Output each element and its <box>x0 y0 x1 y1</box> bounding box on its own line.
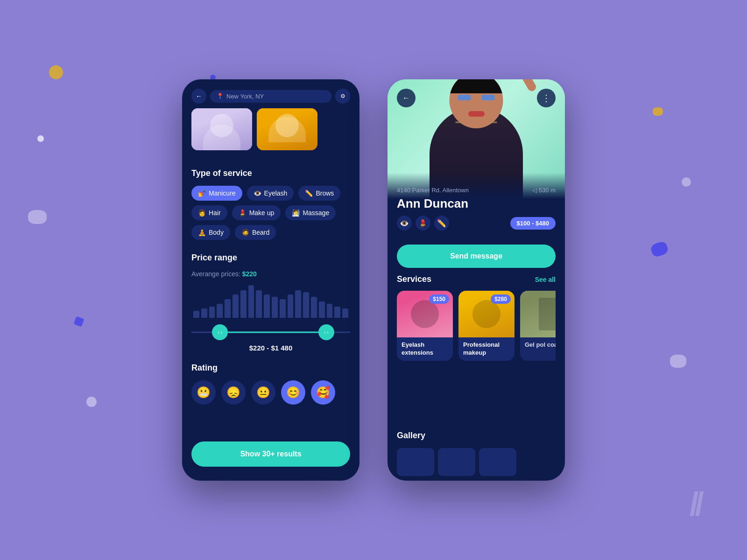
tag-brows-label: Brows <box>316 189 334 197</box>
service-label-eyelash: Eyelash extensions <box>397 337 453 361</box>
tag-beard[interactable]: 🧔 Beard <box>235 225 276 240</box>
chart-bar <box>327 304 333 318</box>
service-price-2: $280 <box>491 294 511 304</box>
rating-2[interactable]: 😞 <box>221 380 246 405</box>
tag-manicure[interactable]: 💅 Manicure <box>191 186 242 201</box>
tag-beard-emoji: 🧔 <box>241 229 249 236</box>
profile-service-icons: 👁️ 💄 ✏️ <box>397 216 449 231</box>
profile-name: Ann Duncan <box>397 196 556 211</box>
back-button[interactable]: ← <box>191 89 206 104</box>
chart-bar <box>342 308 348 318</box>
preview-image-1[interactable] <box>191 108 252 150</box>
chart-bar <box>209 307 215 318</box>
back-icon: ← <box>402 94 410 102</box>
service-card-gel[interactable]: Gel pol coating <box>520 291 556 361</box>
service-card-eyelash[interactable]: $150 Eyelash extensions <box>397 291 453 361</box>
rating-3[interactable]: 😐 <box>251 380 275 405</box>
tag-hair[interactable]: 👩 Hair <box>191 205 227 220</box>
services-section: Services See all $150 Eyelash extensions <box>388 274 565 424</box>
tag-eyelash[interactable]: 👁️ Eyelash <box>247 186 294 201</box>
price-range-tag: $100 - $480 <box>510 217 556 230</box>
top-bar: ← 📍 New York, NY ⚙ <box>182 79 359 108</box>
profile-address: 4140 Parker Rd. Allentown ◁ 530 m <box>397 187 556 194</box>
gallery-thumb-2[interactable] <box>438 448 475 476</box>
rating-title: Rating <box>191 363 350 373</box>
tag-beard-label: Beard <box>252 229 269 236</box>
price-range-label: $220 - $1 480 <box>191 344 350 352</box>
range-slider[interactable]: ‹ › ‹ › <box>191 325 350 339</box>
rating-1[interactable]: 😬 <box>191 380 216 405</box>
slider-thumb-right[interactable]: ‹ › <box>318 324 334 340</box>
chart-bar <box>233 294 239 318</box>
gallery-thumb-1[interactable] <box>397 448 434 476</box>
profile-image-container: ← ⋮ 4140 Parker Rd. Allentown ◁ 530 m <box>388 79 565 238</box>
service-icon-1: 👁️ <box>397 216 412 231</box>
location-bar[interactable]: 📍 New York, NY <box>210 90 331 103</box>
service-price-1: $150 <box>429 294 449 304</box>
rating-4[interactable]: 😊 <box>281 380 305 405</box>
tag-manicure-label: Manicure <box>209 189 236 197</box>
service-label-gel: Gel pol coating <box>520 337 556 353</box>
location-icon: ◁ <box>532 187 537 194</box>
service-section-title: Type of service <box>191 168 350 178</box>
price-chart <box>191 285 350 318</box>
chart-bar <box>334 307 340 318</box>
gallery-title: Gallery <box>397 431 556 441</box>
tag-body[interactable]: 🧘 Body <box>191 225 230 240</box>
tag-brows-emoji: ✏️ <box>305 189 313 197</box>
profile-info-overlay: 4140 Parker Rd. Allentown ◁ 530 m Ann Du… <box>388 173 565 238</box>
price-range-section: Price range Averange prices: $220 <box>191 253 350 352</box>
chart-bar <box>240 290 247 318</box>
services-header: Services See all <box>397 274 556 284</box>
left-phone: ← 📍 New York, NY ⚙ <box>182 79 359 481</box>
tag-makeup-label: Make up <box>249 209 275 217</box>
right-phone: ← ⋮ 4140 Parker Rd. Allentown ◁ 530 m <box>388 79 565 481</box>
slider-thumb-left[interactable]: ‹ › <box>212 324 228 340</box>
dots-icon: ⋮ <box>542 92 551 104</box>
price-subtitle: Averange prices: $220 <box>191 270 350 278</box>
tag-hair-emoji: 👩 <box>198 209 206 217</box>
profile-back-button[interactable]: ← <box>397 89 416 107</box>
filter-button[interactable]: ⚙ <box>335 89 350 104</box>
chart-bar <box>311 297 317 318</box>
see-all-link[interactable]: See all <box>535 276 556 283</box>
gallery-thumb-3[interactable] <box>479 448 516 476</box>
distance-info: ◁ 530 m <box>532 187 556 194</box>
profile-meta: 👁️ 💄 ✏️ $100 - $480 <box>397 216 556 231</box>
chart-bar <box>201 308 207 318</box>
average-price: $220 <box>242 270 257 278</box>
tag-eyelash-label: Eyelash <box>264 189 288 197</box>
tag-brows[interactable]: ✏️ Brows <box>298 186 340 201</box>
services-title: Services <box>397 274 431 284</box>
chart-bar <box>295 290 301 318</box>
price-range-title: Price range <box>191 253 350 263</box>
chart-bar <box>280 299 286 318</box>
tag-manicure-emoji: 💅 <box>198 189 206 197</box>
service-icon-3: ✏️ <box>434 216 449 231</box>
send-message-button[interactable]: Send message <box>397 245 556 268</box>
slider-range <box>220 332 326 333</box>
tag-body-label: Body <box>209 229 224 236</box>
rating-section: Rating 😬 😞 😐 😊 🥰 <box>191 363 350 405</box>
tag-eyelash-emoji: 👁️ <box>254 189 261 197</box>
chart-bar <box>256 290 262 318</box>
rating-5[interactable]: 🥰 <box>311 380 335 405</box>
chart-bar <box>272 297 278 318</box>
preview-images <box>182 108 359 157</box>
chart-bar <box>319 301 325 318</box>
tag-makeup-emoji: 💄 <box>239 209 247 217</box>
tag-massage-label: Massage <box>303 209 329 217</box>
show-results-button[interactable]: Show 30+ results <box>191 441 350 467</box>
chart-bar <box>264 294 270 318</box>
profile-menu-button[interactable]: ⋮ <box>537 89 556 107</box>
location-text: New York, NY <box>226 93 264 100</box>
service-card-makeup[interactable]: $280 Professional makeup <box>458 291 514 361</box>
tag-makeup[interactable]: 💄 Make up <box>232 205 281 220</box>
chart-bar <box>193 311 199 318</box>
filter-panel: Type of service 💅 Manicure 👁️ Eyelash ✏️… <box>182 157 359 441</box>
chart-bar <box>217 304 223 318</box>
gallery-section: Gallery <box>388 424 565 481</box>
preview-image-2[interactable] <box>257 108 317 150</box>
tag-massage[interactable]: 🧖 Massage <box>285 205 336 220</box>
tag-hair-label: Hair <box>209 209 221 217</box>
